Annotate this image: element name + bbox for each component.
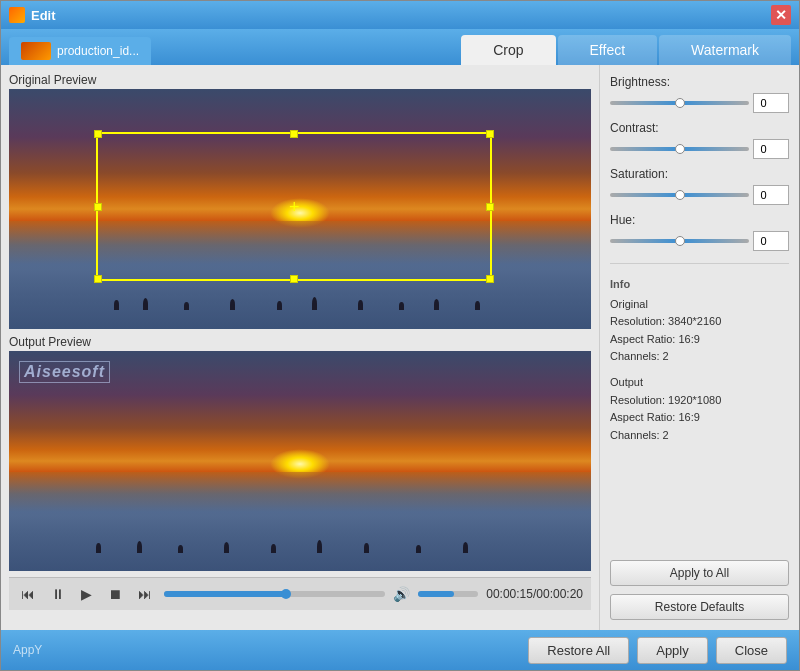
skip-back-button[interactable]: ⏮ <box>17 584 39 604</box>
crop-handle-br[interactable] <box>486 275 494 283</box>
out-person-9 <box>463 542 468 553</box>
playback-bar: ⏮ ⏸ ▶ ⏹ ⏭ 🔊 00:00:15/00:00:20 <box>9 577 591 610</box>
volume-fill <box>418 591 454 597</box>
volume-icon: 🔊 <box>393 586 410 602</box>
original-info-group: Original Resolution: 3840*2160 Aspect Ra… <box>610 296 789 366</box>
contrast-label: Contrast: <box>610 121 789 135</box>
output-info-label: Output <box>610 374 789 392</box>
crop-handle-tr[interactable] <box>486 130 494 138</box>
saturation-input[interactable]: 0 <box>753 185 789 205</box>
output-info-group: Output Resolution: 1920*1080 Aspect Rati… <box>610 374 789 444</box>
out-person-7 <box>364 543 369 553</box>
progress-bar[interactable] <box>164 591 385 597</box>
original-info-label: Original <box>610 296 789 314</box>
person-2 <box>143 298 148 310</box>
app-icon <box>9 7 25 23</box>
restore-defaults-button[interactable]: Restore Defaults <box>610 594 789 620</box>
info-section: Info Original Resolution: 3840*2160 Aspe… <box>610 276 789 452</box>
close-button[interactable]: Close <box>716 637 787 664</box>
original-preview-label: Original Preview <box>9 73 591 87</box>
original-preview-box: + <box>9 89 591 329</box>
info-title: Info <box>610 276 789 294</box>
output-scene <box>9 351 591 571</box>
out-person-1 <box>96 543 101 553</box>
tab-crop[interactable]: Crop <box>461 35 555 65</box>
person-10 <box>475 301 480 310</box>
crop-crosshair: + <box>289 196 300 217</box>
out-person-3 <box>178 545 183 553</box>
time-display: 00:00:15/00:00:20 <box>486 587 583 601</box>
apply-button[interactable]: Apply <box>637 637 708 664</box>
original-resolution: Resolution: 3840*2160 <box>610 313 789 331</box>
output-people-silhouettes <box>9 523 591 553</box>
person-7 <box>358 300 363 310</box>
person-5 <box>277 301 282 310</box>
hue-control: Hue: 0 <box>610 213 789 251</box>
crop-handle-bm[interactable] <box>290 275 298 283</box>
person-8 <box>399 302 404 310</box>
main-content: Original Preview <box>1 65 799 630</box>
contrast-input[interactable]: 0 <box>753 139 789 159</box>
tab-watermark[interactable]: Watermark <box>659 35 791 65</box>
main-window: Edit ✕ production_id... Crop Effect Wate… <box>0 0 800 671</box>
restore-all-button[interactable]: Restore All <box>528 637 629 664</box>
tab-effect[interactable]: Effect <box>558 35 658 65</box>
close-window-button[interactable]: ✕ <box>771 5 791 25</box>
contrast-control: Contrast: 0 <box>610 121 789 159</box>
progress-fill <box>164 591 286 597</box>
hue-slider-row: 0 <box>610 231 789 251</box>
appY-label: AppY <box>13 643 42 657</box>
output-preview-section: Output Preview <box>9 335 591 571</box>
progress-thumb <box>281 589 291 599</box>
hue-input[interactable]: 0 <box>753 231 789 251</box>
title-bar: Edit ✕ <box>1 1 799 29</box>
play-button[interactable]: ▶ <box>77 584 96 604</box>
right-panel: Brightness: 0 Contrast: 0 Saturation: <box>599 65 799 630</box>
saturation-control: Saturation: 0 <box>610 167 789 205</box>
watermark-text: Aiseesoft <box>19 361 110 383</box>
brightness-label: Brightness: <box>610 75 789 89</box>
person-9 <box>434 299 439 310</box>
out-person-6 <box>317 540 322 553</box>
output-resolution: Resolution: 1920*1080 <box>610 392 789 410</box>
out-person-4 <box>224 542 229 553</box>
brightness-control: Brightness: 0 <box>610 75 789 113</box>
output-preview-box: Aiseesoft <box>9 351 591 571</box>
pause-button[interactable]: ⏸ <box>47 584 69 604</box>
original-aspect: Aspect Ratio: 16:9 <box>610 331 789 349</box>
output-preview-label: Output Preview <box>9 335 591 349</box>
tabs-bar: production_id... Crop Effect Watermark <box>1 29 799 65</box>
file-tab-label: production_id... <box>57 44 139 58</box>
contrast-slider[interactable] <box>610 147 749 151</box>
crop-handle-tm[interactable] <box>290 130 298 138</box>
crop-handle-tl[interactable] <box>94 130 102 138</box>
saturation-slider-row: 0 <box>610 185 789 205</box>
stop-button[interactable]: ⏹ <box>104 584 126 604</box>
out-person-5 <box>271 544 276 553</box>
out-person-8 <box>416 545 421 553</box>
hue-label: Hue: <box>610 213 789 227</box>
volume-bar[interactable] <box>418 591 478 597</box>
person-3 <box>184 302 189 310</box>
contrast-slider-row: 0 <box>610 139 789 159</box>
left-panel: Original Preview <box>1 65 599 630</box>
out-person-2 <box>137 541 142 553</box>
crop-handle-rm[interactable] <box>486 203 494 211</box>
output-aspect: Aspect Ratio: 16:9 <box>610 409 789 427</box>
skip-forward-button[interactable]: ⏭ <box>134 584 156 604</box>
brightness-input[interactable]: 0 <box>753 93 789 113</box>
original-preview-section: Original Preview <box>9 73 591 329</box>
brightness-slider[interactable] <box>610 101 749 105</box>
file-tab[interactable]: production_id... <box>9 37 151 65</box>
brightness-slider-row: 0 <box>610 93 789 113</box>
bottom-bar: AppY Restore All Apply Close <box>1 630 799 670</box>
saturation-slider[interactable] <box>610 193 749 197</box>
hue-slider[interactable] <box>610 239 749 243</box>
crop-handle-bl[interactable] <box>94 275 102 283</box>
crop-overlay[interactable]: + <box>96 132 492 281</box>
original-channels: Channels: 2 <box>610 348 789 366</box>
apply-to-all-button[interactable]: Apply to All <box>610 560 789 586</box>
people-silhouettes <box>9 280 591 310</box>
crop-handle-lm[interactable] <box>94 203 102 211</box>
divider-1 <box>610 263 789 264</box>
